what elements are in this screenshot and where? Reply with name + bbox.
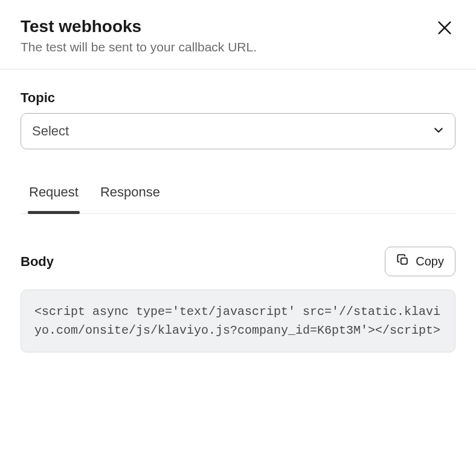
- tab-response[interactable]: Response: [99, 184, 161, 213]
- copy-button[interactable]: Copy: [385, 247, 455, 276]
- close-icon: [436, 19, 453, 38]
- close-button[interactable]: [434, 17, 455, 41]
- modal-subtitle: The test will be sent to your callback U…: [21, 40, 434, 54]
- tab-bar: Request Response: [21, 184, 455, 214]
- topic-label: Topic: [21, 90, 455, 106]
- body-section: Body Copy <script async type='text/javas…: [21, 247, 455, 352]
- modal-header: Test webhooks The test will be sent to y…: [0, 0, 476, 70]
- modal-title: Test webhooks: [21, 17, 434, 36]
- copy-icon: [396, 253, 410, 270]
- svg-rect-2: [401, 258, 407, 264]
- body-label: Body: [21, 254, 54, 270]
- header-text: Test webhooks The test will be sent to y…: [21, 17, 434, 54]
- topic-select[interactable]: Select: [21, 113, 455, 149]
- code-block: <script async type='text/javascript' src…: [21, 290, 455, 352]
- tab-request[interactable]: Request: [28, 184, 80, 213]
- modal-content: Topic Select Request Response Body Copy: [0, 70, 476, 352]
- body-header: Body Copy: [21, 247, 455, 276]
- copy-button-label: Copy: [416, 255, 444, 268]
- topic-select-wrap: Select: [21, 113, 455, 149]
